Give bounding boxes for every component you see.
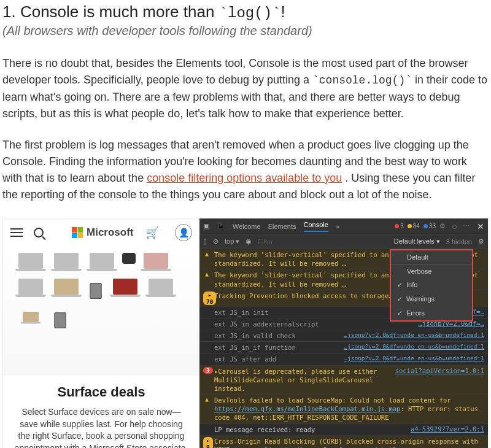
product-laptop [110,279,141,299]
levels-menu-item[interactable]: ✓Warnings [391,292,472,306]
checkmark-icon: ✓ [397,281,403,289]
warn-count-badge[interactable]: 84 [408,223,420,230]
line-source-link[interactable]: …jsonp?v=2.0&df=unde_en-us&b=undefined:1 [344,331,484,338]
promo-block: Surface deals Select Surface devices are… [3,376,199,448]
promo-body: Select Surface devices are on sale now—s… [14,406,188,448]
context-selector[interactable]: top ▾ [225,238,239,245]
product-tablet [90,283,102,299]
line-message: ext JS_in init [214,308,415,317]
product-laptop [145,279,176,299]
tab-more[interactable]: » [336,223,339,230]
tab-elements[interactable]: Elements [268,223,296,230]
info-count-badge[interactable]: 33 [423,223,436,230]
close-icon[interactable]: ✕ [477,222,484,231]
checkmark-icon: ✓ [397,295,403,303]
console-toolbar: ▯ ⊘ top ▾ ◉ Filter Default levels ▾ 3 hi… [199,234,488,249]
line-icon: ▸ 70 [203,292,211,305]
ms-logo-icon [72,227,83,238]
line-message: ext JS_in_if function [214,343,340,352]
clear-console-icon[interactable]: ⊘ [213,238,218,245]
product-accessory [122,253,136,264]
tab-welcome[interactable]: Welcome [233,223,261,230]
console-line: ▸ 9Cross-Origin Read Blocking (CORB) blo… [199,436,488,448]
product-laptop [15,279,46,299]
heading-text-a: 1. Console is much more than [2,2,219,21]
product-laptop [51,279,82,299]
levels-menu-item[interactable]: Default [391,250,472,265]
line-source-link[interactable]: …jsonp?v=2.0&df=unde_en-us&b=undefined:1 [344,355,484,361]
line-message: Cross-Origin Read Blocking (CORB) blocke… [214,437,484,448]
p1-code: `console.log()` [312,74,412,87]
devtools-panel: ▣ 📱 Welcome Elements Console » 3 84 33 ⚙… [199,218,488,448]
product-hero-image [3,247,199,376]
devtools-tab-bar: ▣ 📱 Welcome Elements Console » 3 84 33 ⚙… [199,218,488,234]
error-count-badge[interactable]: 3 [395,223,404,230]
live-expression-icon[interactable]: ◉ [246,238,252,245]
feedback-icon[interactable]: ☺ [451,223,459,230]
tab-console[interactable]: Console [304,221,328,232]
line-source-link[interactable]: a4-53929?7ver=2.0:1 [411,425,484,433]
intro-paragraph-2: The first problem is log messages that a… [2,137,489,203]
levels-menu-popup: Default Verbose ✓Info ✓Warnings ✓Errors [390,249,473,322]
product-laptop [51,253,82,274]
line-icon: ▲ [203,250,211,257]
ms-logo-text: Microsoft [87,226,134,239]
source-link[interactable]: https://mem.gfx.ms/meInlineBackCompat.mi… [214,405,400,412]
console-line: ext JS_in valid check…jsonp?v=2.0&df=und… [199,330,488,342]
line-message: ext JS_in addexternalscript [214,320,415,328]
devtools-screenshot: Microsoft 🛒 👤 Surface deals [2,218,489,448]
line-message: LP message received: ready [214,425,407,434]
product-tablet [54,312,66,328]
line-source-link[interactable]: social?apiVersion=1.0:1 [395,367,484,374]
device-icon[interactable]: 📱 [217,222,225,230]
console-line: LP message received: readya4-53929?7ver=… [199,424,488,436]
console-line: ext JS_after add…jsonp?v=2.0&df=unde_en-… [199,353,488,365]
console-line: ▲DevTools failed to load SourceMap: Coul… [199,395,488,424]
search-icon[interactable] [34,228,44,238]
section-subtitle: (All browsers with developer tools follo… [2,24,489,38]
heading-text-b: ! [280,2,285,21]
console-line: ext JS_in_if function…jsonp?v=2.0&df=und… [199,342,488,353]
levels-menu-item[interactable]: Verbose [391,265,472,278]
line-source-link[interactable]: …jsonp?v=2.0&df=unde_en-us&b=undefined:1 [344,343,484,350]
section-heading: 1. Console is much more than `log()`! [2,2,489,21]
line-icon: ▲ [203,396,211,403]
filter-input[interactable]: Filter [258,238,387,245]
product-laptop [15,253,46,274]
line-icon: ▸ 9 [203,437,211,448]
hidden-count: 3 hidden [446,238,472,245]
sidebar-toggle-icon[interactable]: ▯ [203,238,207,245]
line-message: ext JS_in valid check [214,331,340,340]
hamburger-icon[interactable] [10,228,23,237]
product-laptop [141,253,171,274]
promo-title: Surface deals [14,384,188,400]
line-message: ▸Carousel is deprecated, please use eith… [214,367,392,393]
levels-dropdown[interactable]: Default levels ▾ [394,238,440,245]
levels-menu-item[interactable]: ✓Errors [391,306,472,320]
user-icon[interactable]: 👤 [175,224,192,241]
cart-icon[interactable]: 🛒 [145,226,159,239]
line-message: ext JS_after add [214,355,340,363]
intro-paragraph-1: There is no doubt that, besides the Elem… [2,55,489,122]
ms-store-page: Microsoft 🛒 👤 Surface deals [3,218,199,448]
product-laptop [21,312,41,325]
line-icon: ▲ [203,271,211,277]
line-message: DevTools failed to load SourceMap: Could… [214,396,484,422]
ms-header: Microsoft 🛒 👤 [3,218,199,247]
levels-menu-item[interactable]: ✓Info [391,278,472,292]
line-icon: 3 [203,367,211,374]
kebab-icon[interactable]: ⋯ [463,222,471,230]
inspect-icon[interactable]: ▣ [203,222,209,230]
settings-gear-icon[interactable]: ⚙ [478,238,484,245]
gear-icon[interactable]: ⚙ [439,222,447,230]
status-badges: 3 84 33 ⚙ ☺ ⋯ ✕ [395,222,484,231]
checkmark-icon: ✓ [397,309,403,317]
ms-logo[interactable]: Microsoft [72,226,134,239]
console-line: 3▸Carousel is deprecated, please use eit… [199,366,488,395]
product-laptop [87,253,117,274]
heading-code: `log()` [219,5,281,21]
console-filtering-link[interactable]: console filtering options available to y… [147,172,342,184]
